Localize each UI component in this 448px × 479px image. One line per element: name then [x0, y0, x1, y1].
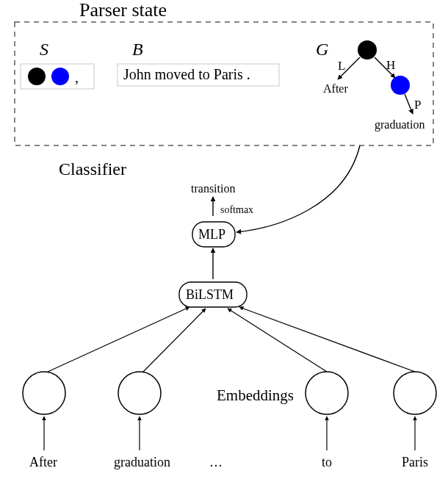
bilstm-text: BiLSTM — [186, 287, 234, 302]
token-3-ellipsis: … — [209, 455, 223, 469]
softmax-label: softmax — [220, 204, 253, 215]
state-B-text: John moved to Paris . — [123, 66, 250, 82]
token-5: Paris — [402, 455, 428, 469]
g-edge-P-label: P — [414, 98, 421, 112]
arrow-emb5-bilstm — [239, 307, 415, 372]
s-trailing-comma: , — [75, 69, 79, 85]
g-blue-node — [391, 76, 410, 95]
g-leaf-right: graduation — [375, 118, 424, 132]
s-node-black — [28, 68, 46, 85]
token-2: graduation — [114, 455, 170, 469]
parser-state-title: Parser state — [79, 0, 167, 21]
token-4: to — [322, 455, 332, 469]
state-S-label: S — [40, 40, 48, 59]
arrow-emb2-bilstm — [143, 309, 206, 372]
mlp-text: MLP — [198, 227, 225, 242]
g-edge-P — [405, 94, 413, 114]
g-root-node — [358, 40, 377, 60]
arrow-state-to-mlp — [236, 145, 360, 232]
embedding-circle-5 — [394, 372, 436, 414]
state-G-tree: L After H P graduation — [323, 40, 424, 132]
g-edge-H-label: H — [386, 58, 395, 72]
state-G-label: G — [316, 40, 328, 59]
g-edge-L-label: L — [338, 59, 345, 73]
embedding-circle-2 — [118, 372, 161, 414]
s-node-blue — [51, 68, 69, 85]
classifier-label: Classifier — [59, 159, 126, 179]
embeddings-label: Embeddings — [217, 386, 294, 404]
transition-label: transition — [191, 182, 235, 195]
arrow-emb4-bilstm — [228, 309, 327, 372]
embedding-circle-1 — [23, 372, 65, 414]
embedding-circle-4 — [306, 372, 348, 414]
arrow-emb1-bilstm — [48, 307, 189, 372]
classifier-stack: transition softmax MLP BiLSTM Embeddings — [23, 145, 436, 469]
g-leaf-left: After — [323, 82, 348, 95]
token-1: After — [29, 455, 57, 469]
state-B-label: B — [132, 40, 143, 59]
